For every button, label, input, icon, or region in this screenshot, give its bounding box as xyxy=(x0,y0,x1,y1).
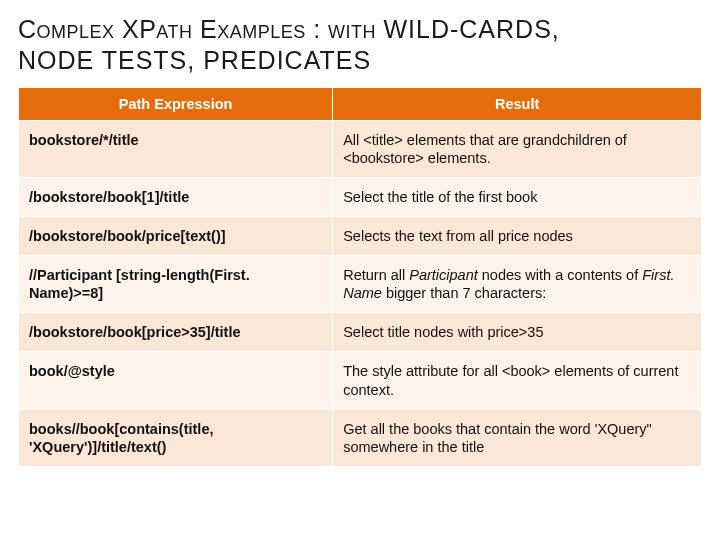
cell-expression: books//book[contains(title, 'XQuery')]/t… xyxy=(19,409,333,466)
table-header-row: Path Expression Result xyxy=(19,87,702,120)
slide-title: Complex XPath Examples : with WILD-CARDS… xyxy=(18,10,702,87)
cell-result: Get all the books that contain the word … xyxy=(333,409,702,466)
header-expression: Path Expression xyxy=(19,87,333,120)
title-line-2: NODE TESTS, PREDICATES xyxy=(18,45,702,76)
cell-expression: /bookstore/book[price>35]/title xyxy=(19,313,333,352)
xpath-table: Path Expression Result bookstore/*/title… xyxy=(18,87,702,467)
title-part-2: WILD-CARDS, xyxy=(383,15,559,43)
cell-result: Select the title of the first book xyxy=(333,177,702,216)
table-row: bookstore/*/title All <title> elements t… xyxy=(19,120,702,177)
cell-expression: //Participant [string-length(First. Name… xyxy=(19,256,333,313)
cell-expression: /bookstore/book/price[text()] xyxy=(19,216,333,255)
cell-result: Select title nodes with price>35 xyxy=(333,313,702,352)
cell-expression: bookstore/*/title xyxy=(19,120,333,177)
result-em: Participant xyxy=(409,267,478,283)
table-row: //Participant [string-length(First. Name… xyxy=(19,256,702,313)
title-line-1: Complex XPath Examples : with WILD-CARDS… xyxy=(18,14,702,45)
result-text: nodes with a contents of xyxy=(478,267,642,283)
table-row: books//book[contains(title, 'XQuery')]/t… xyxy=(19,409,702,466)
table-row: book/@style The style attribute for all … xyxy=(19,352,702,409)
table-row: /bookstore/book/price[text()] Selects th… xyxy=(19,216,702,255)
table-row: /bookstore/book[1]/title Select the titl… xyxy=(19,177,702,216)
result-text: Return all xyxy=(343,267,409,283)
table-row: /bookstore/book[price>35]/title Select t… xyxy=(19,313,702,352)
header-result: Result xyxy=(333,87,702,120)
cell-result: Selects the text from all price nodes xyxy=(333,216,702,255)
slide: Complex XPath Examples : with WILD-CARDS… xyxy=(0,0,720,540)
cell-result: All <title> elements that are grandchild… xyxy=(333,120,702,177)
result-text: bigger than 7 characters: xyxy=(382,285,546,301)
title-part-1: Complex XPath Examples : with xyxy=(18,15,383,43)
cell-expression: /bookstore/book[1]/title xyxy=(19,177,333,216)
cell-result: The style attribute for all <book> eleme… xyxy=(333,352,702,409)
cell-result: Return all Participant nodes with a cont… xyxy=(333,256,702,313)
cell-expression: book/@style xyxy=(19,352,333,409)
